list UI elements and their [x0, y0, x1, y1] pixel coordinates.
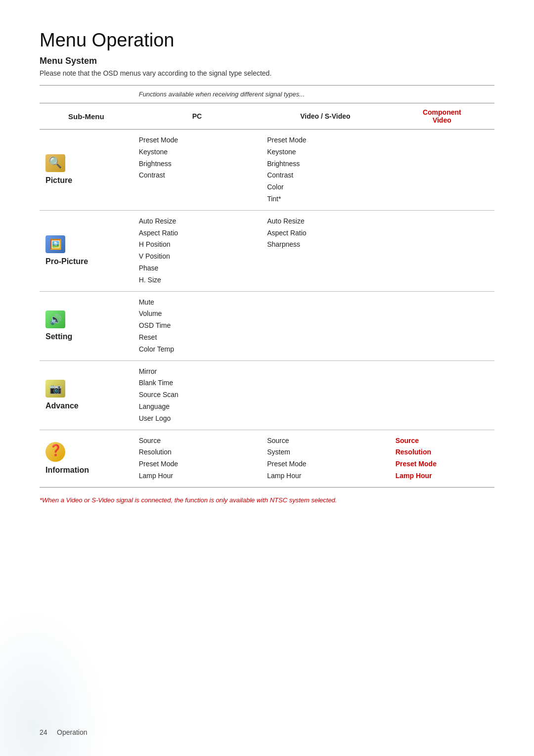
section-title: Menu System [40, 56, 494, 66]
video-items-advance [261, 360, 389, 430]
submenu-cell-advance: Advance [40, 360, 133, 430]
header-functions-label: Functions available when receiving diffe… [133, 86, 494, 103]
submenu-label-information: Information [45, 466, 127, 475]
col-header-submenu [40, 86, 133, 103]
pc-items-pro-picture: Auto ResizeAspect RatioH PositionV Posit… [133, 210, 261, 291]
table-row: InformationSourceResolutionPreset ModeLa… [40, 430, 494, 487]
icon-setting [45, 311, 65, 328]
col-header-video: Video / S-Video [261, 103, 389, 130]
submenu-cell-setting: Setting [40, 291, 133, 360]
submenu-cell-information: Information [40, 430, 133, 487]
menu-system-table: Functions available when receiving diffe… [40, 85, 494, 488]
submenu-label-pro-picture: Pro-Picture [45, 257, 127, 266]
footer-page-number: 24 [40, 728, 47, 736]
video-items-pro-picture: Auto ResizeAspect RatioSharpness [261, 210, 389, 291]
icon-advance [45, 380, 65, 398]
table-row: Pro-PictureAuto ResizeAspect RatioH Posi… [40, 210, 494, 291]
video-items-picture: Preset ModeKeystoneBrightnessContrastCol… [261, 130, 389, 211]
component-items-pro-picture [390, 210, 494, 291]
submenu-label-picture: Picture [45, 176, 127, 185]
icon-information [45, 442, 65, 462]
pc-items-information: SourceResolutionPreset ModeLamp Hour [133, 430, 261, 487]
submenu-label-setting: Setting [45, 332, 127, 341]
video-items-setting [261, 291, 389, 360]
pc-items-picture: Preset ModeKeystoneBrightnessContrast [133, 130, 261, 211]
video-items-information: SourceSystemPreset ModeLamp Hour [261, 430, 389, 487]
pc-items-setting: MuteVolumeOSD TimeResetColor Temp [133, 291, 261, 360]
footnote-text: *When a Video or S-Video signal is conne… [40, 495, 494, 505]
component-items-advance [390, 360, 494, 430]
intro-text: Please note that the OSD menus vary acco… [40, 69, 494, 77]
table-row: AdvanceMirrorBlank TimeSource ScanLangua… [40, 360, 494, 430]
page-title: Menu Operation [40, 30, 494, 51]
icon-propicture [45, 235, 65, 253]
component-items-information: SourceResolutionPreset ModeLamp Hour [390, 430, 494, 487]
footer-section-label: Operation [57, 728, 87, 736]
pc-items-advance: MirrorBlank TimeSource ScanLanguageUser … [133, 360, 261, 430]
icon-picture [45, 154, 65, 172]
component-items-setting [390, 291, 494, 360]
submenu-cell-pro-picture: Pro-Picture [40, 210, 133, 291]
submenu-cell-picture: Picture [40, 130, 133, 211]
page-footer: 24 Operation [40, 728, 88, 736]
table-row: SettingMuteVolumeOSD TimeResetColor Temp [40, 291, 494, 360]
component-items-picture [390, 130, 494, 211]
submenu-label-advance: Advance [45, 401, 127, 410]
table-row: PicturePreset ModeKeystoneBrightnessCont… [40, 130, 494, 211]
col-header-submenu-label: Sub-Menu [40, 103, 133, 130]
col-header-pc: PC [133, 103, 261, 130]
col-header-component: ComponentVideo [390, 103, 494, 130]
